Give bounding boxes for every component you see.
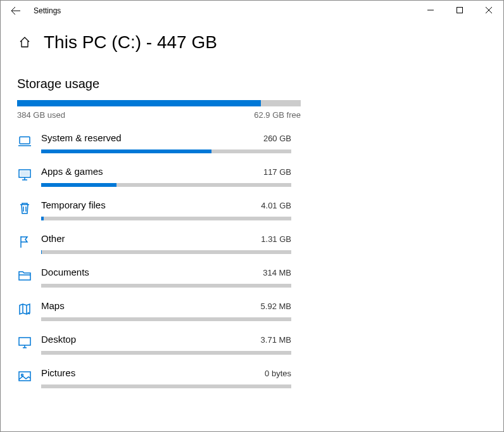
category-bar [41, 250, 291, 254]
category-bar [41, 183, 291, 187]
category-item[interactable]: Apps & games117 GB [17, 166, 487, 187]
overall-usage-bar [17, 100, 301, 106]
used-label: 384 GB used [17, 110, 65, 120]
category-item[interactable]: System & reserved260 GB [17, 132, 487, 153]
category-body: System & reserved260 GB [41, 132, 291, 153]
category-body: Other1.31 GB [41, 233, 291, 254]
category-body: Temporary files4.01 GB [41, 200, 291, 220]
category-size: 1.31 GB [261, 234, 291, 244]
page-header: This PC (C:) - 447 GB [17, 32, 487, 53]
category-name: Temporary files [41, 200, 106, 210]
desktop-icon [17, 335, 32, 350]
category-bar [41, 317, 291, 321]
category-size: 3.71 MB [261, 335, 291, 345]
laptop-icon [17, 134, 32, 149]
category-name: Desktop [41, 334, 76, 345]
category-item[interactable]: Other1.31 GB [17, 233, 487, 254]
free-label: 62.9 GB free [254, 110, 301, 120]
maximize-icon [457, 7, 463, 13]
maximize-button[interactable] [445, 1, 474, 20]
category-size: 4.01 GB [261, 201, 291, 210]
close-button[interactable] [474, 1, 503, 20]
folder-icon [17, 268, 32, 283]
home-icon [18, 36, 31, 49]
category-size: 314 MB [263, 268, 291, 277]
category-size: 117 GB [263, 167, 291, 177]
category-bar [41, 217, 291, 220]
category-bar-fill [41, 217, 44, 220]
category-body: Apps & games117 GB [41, 166, 291, 187]
category-size: 260 GB [263, 134, 291, 143]
minimize-button[interactable] [416, 1, 445, 20]
section-heading: Storage usage [17, 77, 487, 91]
category-body: Pictures0 bytes [41, 367, 291, 388]
svg-rect-0 [457, 8, 463, 13]
map-icon [17, 302, 32, 317]
category-body: Documents314 MB [41, 267, 291, 288]
category-name: Apps & games [41, 166, 103, 177]
window-controls [416, 1, 503, 20]
close-icon [486, 7, 492, 13]
app-title: Settings [34, 6, 61, 15]
page-title: This PC (C:) - 447 GB [44, 32, 217, 53]
minimize-icon [427, 7, 434, 13]
category-item[interactable]: Desktop3.71 MB [17, 334, 487, 355]
category-bar [41, 384, 291, 388]
overall-labels: 384 GB used 62.9 GB free [17, 110, 301, 120]
category-name: Pictures [41, 367, 75, 378]
flag-icon [17, 234, 32, 250]
category-bar-fill [41, 149, 211, 153]
category-name: System & reserved [41, 132, 122, 143]
category-bar-fill [41, 250, 42, 254]
back-button[interactable] [6, 1, 26, 21]
category-name: Maps [41, 300, 65, 311]
category-name: Documents [41, 267, 89, 277]
titlebar: Settings [1, 1, 503, 21]
content-area: This PC (C:) - 447 GB Storage usage 384 … [1, 21, 503, 388]
category-body: Maps5.92 MB [41, 300, 291, 321]
category-bar [41, 351, 291, 355]
trash-icon [17, 201, 32, 216]
picture-icon [17, 369, 32, 384]
category-bar [41, 284, 291, 288]
category-size: 5.92 MB [261, 302, 291, 311]
category-item[interactable]: Pictures0 bytes [17, 367, 487, 388]
home-button[interactable] [17, 35, 32, 50]
category-item[interactable]: Temporary files4.01 GB [17, 200, 487, 220]
category-name: Other [41, 233, 65, 244]
category-bar-fill [41, 183, 117, 187]
category-item[interactable]: Maps5.92 MB [17, 300, 487, 321]
back-arrow-icon [11, 6, 21, 16]
overall-usage-fill [17, 100, 261, 106]
categories-list: System & reserved260 GBApps & games117 G… [17, 132, 487, 388]
category-bar [41, 149, 291, 153]
category-body: Desktop3.71 MB [41, 334, 291, 355]
category-size: 0 bytes [265, 369, 291, 378]
category-item[interactable]: Documents314 MB [17, 267, 487, 288]
monitor-icon [17, 167, 32, 182]
